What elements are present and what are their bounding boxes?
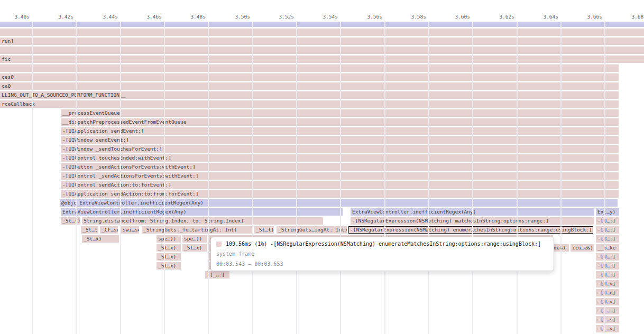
flame-bar[interactable]	[0, 29, 644, 36]
flame-bar[interactable]	[0, 22, 644, 27]
flame-bar[interactable]	[0, 47, 644, 54]
flame-bar[interactable]: _St…x)	[157, 262, 181, 270]
flame-bar[interactable]: ExtraViewController.inefficientRegex(Any…	[61, 208, 343, 216]
flame-bar[interactable]: -[U…:]	[596, 217, 619, 225]
gridline	[384, 22, 385, 334]
flame-bar[interactable]: icu…e&)	[571, 244, 594, 252]
gridline	[560, 22, 562, 334]
frame-color-swatch-icon	[216, 242, 222, 247]
flame-bar[interactable]: -[_…:]	[596, 307, 619, 314]
flame-bar[interactable]: -[U…:]	[596, 253, 619, 261]
flame-bar[interactable]: _St…x)	[82, 235, 119, 243]
tooltip: 109.56ms (1%) -[NSRegularExpression(NSMa…	[210, 237, 554, 271]
gridline	[472, 22, 473, 334]
flame-bar[interactable]: _St…x)	[157, 244, 181, 252]
flame-bar[interactable]: fic	[0, 55, 644, 63]
flame-bar[interactable]: _St…x)	[157, 253, 181, 261]
time-tick-label: 3.68s	[617, 14, 644, 20]
time-tick-label: 3.66s	[573, 14, 602, 20]
tooltip-duration-line: 109.56ms (1%) -[NSRegularExpression(NSMa…	[216, 241, 548, 247]
flame-bar[interactable]: swi…se	[121, 226, 139, 234]
flame-bar[interactable]: -[_…:]	[205, 271, 229, 279]
flame-chart: run]ficces0ce0LLING_OUT_TO_A_SOURCE0_PER…	[0, 0, 644, 334]
flame-bar[interactable]: -[_…s]	[596, 316, 619, 323]
flame-bar[interactable]: LLING_OUT_TO_A_SOURCE0_PERFORM_FUNCTION_…	[0, 91, 619, 99]
time-tick-label: 3.50s	[220, 14, 250, 20]
time-tick-label: 3.46s	[132, 14, 162, 20]
flame-bar[interactable]: -[U…v]	[596, 298, 619, 305]
time-tick-label: 3.56s	[353, 14, 382, 20]
time-ruler[interactable]: 3.40s3.42s3.44s3.46s3.48s3.50s3.52s3.54s…	[0, 0, 644, 21]
flame-bar[interactable]: -[U…:]	[596, 226, 619, 234]
gridline	[604, 22, 605, 334]
flame-bar[interactable]: -[U…:]	[596, 235, 619, 243]
flame-bar[interactable]: -[U…v]	[596, 280, 619, 287]
time-tick-label: 3.58s	[397, 14, 426, 20]
flame-bar[interactable]: __6…ke	[596, 244, 619, 252]
flame-bar[interactable]: _CF…se	[100, 226, 118, 234]
gridline	[32, 22, 33, 334]
flame-bar[interactable]: -[U…d]	[596, 289, 619, 296]
time-tick-label: 3.42s	[44, 14, 73, 20]
flame-bar[interactable]: ce0	[0, 82, 619, 90]
flame-bar[interactable]: _St…t)	[61, 217, 80, 225]
flame-bar[interactable]: spe…))	[157, 235, 181, 243]
gridline	[340, 22, 341, 334]
time-tick-label: 3.44s	[88, 14, 118, 20]
flame-bar[interactable]: run]	[0, 38, 644, 45]
flame-bar[interactable]: _St…t)	[254, 226, 274, 234]
flame-bar[interactable]: _St…t)	[81, 226, 98, 234]
tooltip-time-range: 00:03.543 — 00:03.653	[216, 261, 548, 267]
time-tick-label: 3.52s	[264, 14, 294, 20]
flame-graph-frames: run]ficces0ce0LLING_OUT_TO_A_SOURCE0_PER…	[0, 0, 644, 334]
time-tick-label: 3.48s	[176, 14, 206, 20]
flame-bar[interactable]: -[U…:]	[596, 271, 619, 279]
flame-bar[interactable]: _StringGuts…ingAt: Int)	[277, 226, 347, 234]
flame-bar[interactable]: ces0	[0, 73, 619, 81]
time-tick-label: 3.62s	[485, 14, 514, 20]
time-tick-label: 3.64s	[529, 14, 558, 20]
flame-bar[interactable]: rceCallback	[0, 100, 619, 108]
time-tick-label: 3.54s	[308, 14, 338, 20]
time-tick-label: 3.40s	[0, 14, 30, 20]
tooltip-frame-type: system frame	[216, 251, 548, 257]
gridline	[208, 22, 209, 334]
flame-bar[interactable]: -[U…:]	[596, 262, 619, 270]
gridline	[296, 22, 297, 334]
flame-bar[interactable]: @objc ExtraViewController.inefficientReg…	[60, 199, 618, 207]
gridline	[120, 22, 121, 334]
flame-bar[interactable]: -[_…v]	[596, 325, 619, 332]
gridline	[76, 22, 77, 334]
gridline	[517, 22, 518, 334]
gridline	[428, 22, 429, 334]
time-tick-label: 3.60s	[440, 14, 470, 20]
flame-bar[interactable]	[0, 64, 619, 72]
flame-bar[interactable]: spe…))	[182, 235, 207, 243]
flame-bar[interactable]: String.distance(from: String.Index, to: …	[82, 217, 323, 225]
flame-bar[interactable]: _StringGuts._fo…tartingAt: Int)	[142, 226, 252, 234]
flame-bar[interactable]: _St…x)	[182, 244, 207, 252]
tooltip-symbol-text: 109.56ms (1%) -[NSRegularExpression(NSMa…	[226, 241, 541, 247]
gridline	[164, 22, 165, 334]
gridline	[252, 22, 253, 334]
flame-bar[interactable]: Ext…y)	[596, 208, 619, 216]
